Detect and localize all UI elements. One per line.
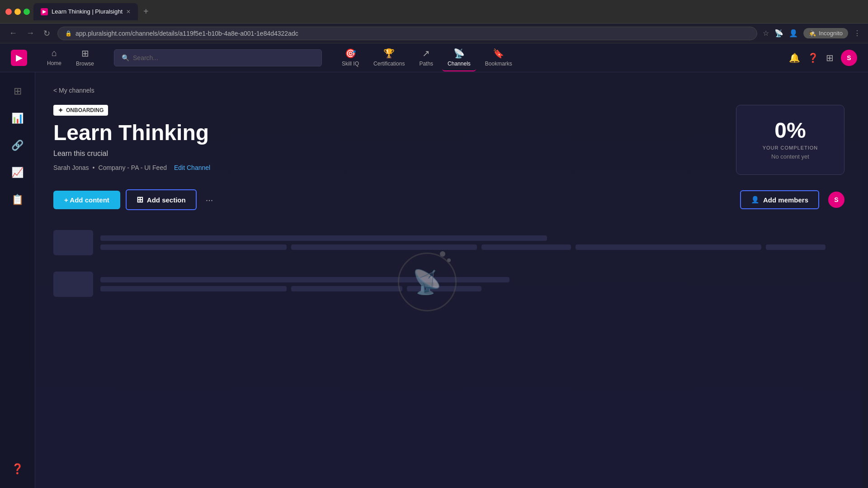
- content-details-1: [100, 235, 844, 250]
- browser-chrome: ▶ Learn Thinking | Pluralsight ✕ +: [0, 0, 868, 23]
- active-tab[interactable]: ▶ Learn Thinking | Pluralsight ✕: [33, 3, 138, 20]
- skeleton-meta-1: [100, 244, 844, 250]
- pluralsight-logo[interactable]: ▶: [11, 50, 27, 66]
- address-bar-row: ← → ↻ 🔒 app.pluralsight.com/channels/det…: [0, 23, 868, 43]
- address-bar[interactable]: 🔒 app.pluralsight.com/channels/details/a…: [57, 27, 757, 40]
- nav-certifications-label: Certifications: [373, 61, 405, 67]
- sidebar-item-grid[interactable]: ⊞: [8, 81, 28, 101]
- apps-grid-icon[interactable]: ⊞: [826, 52, 834, 63]
- refresh-button[interactable]: ↻: [42, 27, 52, 40]
- right-scrollbar[interactable]: [863, 72, 868, 488]
- sidebar-bottom: ❓: [8, 459, 28, 479]
- incognito-badge: 🕵 Incognito: [803, 28, 848, 38]
- nav-channels[interactable]: 📡 Channels: [442, 44, 476, 71]
- channel-tag-badge: ✦ ONBOARDING: [53, 105, 108, 116]
- nav-browse-label: Browse: [76, 61, 94, 67]
- completion-status: No content yet: [747, 153, 833, 160]
- tab-title: Learn Thinking | Pluralsight: [52, 8, 123, 15]
- nav-skill-iq[interactable]: 🎯 Skill IQ: [336, 44, 364, 71]
- search-placeholder: Search...: [133, 54, 158, 61]
- cast-icon[interactable]: 📡: [774, 29, 783, 38]
- skeleton-meta-1b: [291, 244, 477, 250]
- add-section-label: Add section: [147, 196, 186, 204]
- add-members-label: Add members: [763, 196, 808, 204]
- sidebar-help-icon[interactable]: ❓: [8, 459, 28, 479]
- channel-description: Learn this crucial: [53, 150, 736, 158]
- minimize-btn[interactable]: [14, 9, 21, 15]
- paths-icon: ↗: [422, 48, 430, 59]
- bookmark-star-icon[interactable]: ☆: [763, 29, 769, 38]
- nav-bookmarks-label: Bookmarks: [485, 61, 512, 67]
- action-user-avatar[interactable]: S: [828, 192, 844, 208]
- channel-title: Learn Thinking: [53, 121, 736, 145]
- tab-favicon: ▶: [41, 8, 48, 15]
- incognito-icon: 🕵: [809, 30, 816, 37]
- skeleton-meta-2: [100, 286, 844, 291]
- tab-bar: ▶ Learn Thinking | Pluralsight ✕ +: [33, 3, 863, 20]
- skeleton-meta-2b: [291, 286, 403, 291]
- skeleton-meta-1e: [766, 244, 826, 250]
- address-text: app.pluralsight.com/channels/details/a11…: [75, 30, 298, 37]
- channel-info: ✦ ONBOARDING Learn Thinking Learn this c…: [53, 105, 736, 171]
- nav-certifications[interactable]: 🏆 Certifications: [368, 44, 410, 71]
- skeleton-meta-1a: [100, 244, 287, 250]
- nav-paths[interactable]: ↗ Paths: [414, 44, 439, 71]
- completion-label: YOUR COMPLETION: [747, 145, 833, 150]
- maximize-btn[interactable]: [24, 9, 30, 15]
- content-thumbnail-2: [53, 272, 93, 297]
- search-icon: 🔍: [122, 54, 129, 61]
- nav-channels-label: Channels: [448, 61, 471, 67]
- notifications-icon[interactable]: 🔔: [789, 52, 800, 63]
- onboarding-icon: ✦: [58, 107, 63, 114]
- add-members-icon: 👤: [751, 196, 760, 204]
- skeleton-title-1: [100, 235, 547, 241]
- skeleton-meta-1d: [576, 244, 762, 250]
- content-list: 📡: [53, 225, 844, 302]
- top-nav: ▶ ⌂ Home ⊞ Browse 🔍 Search... 🎯 Skill IQ…: [0, 43, 868, 72]
- channel-header: ✦ ONBOARDING Learn Thinking Learn this c…: [53, 105, 844, 175]
- new-tab-button[interactable]: +: [140, 5, 152, 19]
- breadcrumb-back[interactable]: < My channels: [53, 87, 94, 94]
- main-content: < My channels ✦ ONBOARDING Learn Thinkin…: [35, 72, 863, 488]
- completion-percent: 0%: [747, 120, 833, 141]
- nav-home[interactable]: ⌂ Home: [42, 44, 67, 71]
- menu-icon[interactable]: ⋮: [854, 29, 861, 38]
- sidebar-item-chart[interactable]: 📊: [8, 108, 28, 128]
- nav-links: ⌂ Home ⊞ Browse: [42, 44, 99, 71]
- tab-close-icon[interactable]: ✕: [126, 9, 131, 15]
- forward-button[interactable]: →: [24, 27, 36, 40]
- help-icon[interactable]: ❓: [807, 52, 819, 63]
- content-wrapper: ⊞ 📊 🔗 📈 📋 ❓ < My channels ✦ ONBOARDING: [0, 72, 868, 488]
- skeleton-meta-2a: [100, 286, 287, 291]
- orbit-dot-2: [447, 258, 451, 262]
- sidebar-item-list[interactable]: 📋: [8, 190, 28, 210]
- left-sidebar: ⊞ 📊 🔗 📈 📋 ❓: [0, 72, 35, 488]
- edit-channel-link[interactable]: Edit Channel: [174, 164, 210, 171]
- content-thumbnail-1: [53, 230, 93, 255]
- loading-overlay: 📡: [398, 253, 457, 311]
- profile-icon[interactable]: 👤: [789, 29, 798, 38]
- content-details-2: [100, 277, 844, 291]
- nav-home-label: Home: [47, 60, 61, 66]
- user-avatar[interactable]: S: [841, 50, 857, 66]
- lock-icon: 🔒: [65, 30, 72, 37]
- search-bar[interactable]: 🔍 Search...: [114, 49, 322, 66]
- action-bar: + Add content ⊞ Add section ··· 👤 Add me…: [53, 189, 844, 210]
- sidebar-item-org[interactable]: 🔗: [8, 136, 28, 155]
- nav-bookmarks[interactable]: 🔖 Bookmarks: [480, 44, 518, 71]
- sidebar-item-analytics[interactable]: 📈: [8, 163, 28, 183]
- nav-skill-iq-label: Skill IQ: [342, 61, 359, 67]
- add-section-icon: ⊞: [137, 195, 143, 205]
- orbit-dot-1: [440, 251, 445, 257]
- incognito-label: Incognito: [819, 30, 843, 37]
- more-options-button[interactable]: ···: [202, 191, 217, 209]
- add-members-button[interactable]: 👤 Add members: [740, 190, 819, 209]
- home-icon: ⌂: [52, 48, 57, 58]
- add-section-button[interactable]: ⊞ Add section: [126, 189, 197, 210]
- back-button[interactable]: ←: [7, 27, 19, 40]
- nav-browse[interactable]: ⊞ Browse: [71, 44, 99, 71]
- window-controls[interactable]: [5, 9, 30, 15]
- add-content-button[interactable]: + Add content: [53, 191, 120, 209]
- channels-icon: 📡: [453, 48, 465, 59]
- close-btn[interactable]: [5, 9, 12, 15]
